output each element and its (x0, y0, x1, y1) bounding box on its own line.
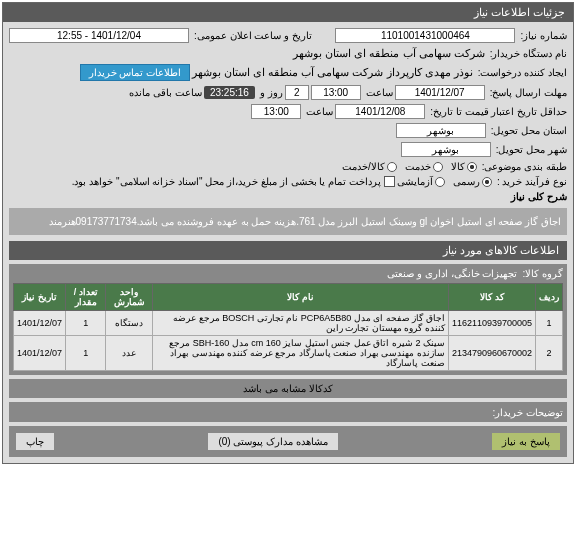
deadline-label: مهلت ارسال پاسخ: (490, 87, 567, 98)
countdown-timer: 23:25:16 (204, 86, 255, 99)
panel-body: شماره نیاز: 1101001431000464 تاریخ و ساع… (3, 22, 573, 463)
items-section: گروه کالا: تجهیزات خانگی، اداری و صنعتی … (9, 264, 567, 375)
cell-unit: عدد (106, 336, 153, 371)
buyer-value: شرکت سهامی آب منطقه ای استان بوشهر (293, 47, 484, 60)
deadline-hour: 13:00 (311, 85, 361, 100)
days-remaining: 2 (285, 85, 309, 100)
th-qty: تعداد / مقدار (66, 284, 106, 311)
main-panel: جزئیات اطلاعات نیاز شماره نیاز: 11010014… (2, 2, 574, 464)
cell-unit: دستگاه (106, 311, 153, 336)
radio-dot-icon (467, 162, 477, 172)
row-buyer: نام دستگاه خریدار: شرکت سهامی آب منطقه ا… (9, 47, 567, 60)
cell-qty: 1 (66, 336, 106, 371)
row-category: طبقه بندی موضوعی: کالا خدمت کالا/خدمت (9, 161, 567, 172)
announce-value: 1401/12/04 - 12:55 (9, 28, 189, 43)
state-value: بوشهر (396, 123, 486, 138)
cell-name: اجاق گاز صفحه ای مدل PCP6A5B80 نام تجارت… (152, 311, 448, 336)
panel-title: جزئیات اطلاعات نیاز (3, 3, 573, 22)
radio-dot-icon (433, 162, 443, 172)
table-header-row: ردیف کد کالا نام کالا واحد شمارش تعداد /… (14, 284, 563, 311)
valid-hour: 13:00 (251, 104, 301, 119)
process-label: نوع فرآیند خرید : (497, 176, 567, 187)
group-label: گروه کالا: (522, 268, 563, 279)
announce-label: تاریخ و ساعت اعلان عمومی: (194, 30, 312, 41)
row-group: گروه کالا: تجهیزات خانگی، اداری و صنعتی (13, 268, 563, 279)
buyer-label: نام دستگاه خریدار: (490, 48, 567, 59)
table-row[interactable]: 1 1162110939700005 اجاق گاز صفحه ای مدل … (14, 311, 563, 336)
th-row: ردیف (536, 284, 563, 311)
state-label: استان محل تحویل: (491, 125, 567, 136)
th-name: نام کالا (152, 284, 448, 311)
radio-goods[interactable]: کالا (451, 161, 477, 172)
th-date: تاریخ نیاز (14, 284, 66, 311)
hour-label-1: ساعت (366, 87, 393, 98)
radio-dot-icon (482, 177, 492, 187)
buyer-notes-label: توضیحات خریدار: (492, 407, 563, 418)
radio-both[interactable]: کالا/خدمت (342, 161, 397, 172)
valid-date: 1401/12/08 (335, 104, 425, 119)
row-desc-label: شرح کلی نیاز (9, 191, 567, 202)
cell-code: 1162110939700005 (448, 311, 535, 336)
checkbox-icon (384, 176, 395, 187)
creator-label: ایجاد کننده درخواست: (478, 67, 567, 78)
deadline-date: 1401/12/07 (395, 85, 485, 100)
radio-dot-icon (435, 177, 445, 187)
need-no-label: شماره نیاز: (520, 30, 567, 41)
cell-date: 1401/12/07 (14, 311, 66, 336)
row-need-announce: شماره نیاز: 1101001431000464 تاریخ و ساع… (9, 28, 567, 43)
radio-trial[interactable]: آزمایشی (397, 176, 445, 187)
category-label: طبقه بندی موضوعی: (482, 161, 567, 172)
category-radio-group: کالا خدمت کالا/خدمت (342, 161, 477, 172)
need-no-value: 1101001431000464 (335, 28, 515, 43)
row-deadline: مهلت ارسال پاسخ: 1401/12/07 ساعت 13:00 2… (9, 85, 567, 100)
radio-service[interactable]: خدمت (405, 161, 443, 172)
items-section-header: اطلاعات کالاهای مورد نیاز (9, 241, 567, 260)
process-radio-group: رسمی آزمایشی (397, 176, 492, 187)
print-button[interactable]: چاپ (15, 432, 55, 451)
row-creator: ایجاد کننده درخواست: نوذر مهدی کارپرداز … (9, 64, 567, 81)
desc-label: شرح کلی نیاز (511, 191, 567, 202)
city-value: بوشهر (401, 142, 491, 157)
buyer-notes-section: توضیحات خریدار: (9, 402, 567, 422)
row-process: نوع فرآیند خرید : رسمی آزمایشی پرداخت تم… (9, 176, 567, 187)
cell-n: 1 (536, 311, 563, 336)
remain-label: ساعت باقی مانده (129, 87, 202, 98)
valid-label: حداقل تاریخ اعتبار قیمت تا تاریخ: (430, 106, 567, 117)
cell-n: 2 (536, 336, 563, 371)
cell-name: سینک 2 شیره اتاق عمل جنس استیل سایز cm 1… (152, 336, 448, 371)
radio-official[interactable]: رسمی (453, 176, 492, 187)
th-unit: واحد شمارش (106, 284, 153, 311)
attachments-button[interactable]: مشاهده مدارک پیوستی (0) (207, 432, 339, 451)
items-table: ردیف کد کالا نام کالا واحد شمارش تعداد /… (13, 283, 563, 371)
footer-actions: پاسخ به نیاز مشاهده مدارک پیوستی (0) چاپ (9, 426, 567, 457)
cell-code: 2134790960670002 (448, 336, 535, 371)
day-label: روز و (260, 87, 283, 98)
cell-date: 1401/12/07 (14, 336, 66, 371)
cell-qty: 1 (66, 311, 106, 336)
group-value: تجهیزات خانگی، اداری و صنعتی (387, 268, 517, 279)
description-box: اجاق گاز صفحه ای استیل اخوان gl وسینک اس… (9, 208, 567, 235)
creator-value: نوذر مهدی کارپرداز شرکت سهامی آب منطقه ا… (192, 66, 473, 79)
th-code: کد کالا (448, 284, 535, 311)
treasury-checkbox-row[interactable]: پرداخت تمام یا بخشی از مبلغ خرید،از محل … (72, 176, 395, 187)
similar-note: کدکالا مشابه می باشد (9, 379, 567, 398)
city-label: شهر محل تحویل: (496, 144, 567, 155)
row-city: شهر محل تحویل: بوشهر (9, 142, 567, 157)
row-validity: حداقل تاریخ اعتبار قیمت تا تاریخ: 1401/1… (9, 104, 567, 119)
contact-buyer-button[interactable]: اطلاعات تماس خریدار (80, 64, 191, 81)
reply-button[interactable]: پاسخ به نیاز (491, 432, 561, 451)
radio-dot-icon (387, 162, 397, 172)
row-state: استان محل تحویل: بوشهر (9, 123, 567, 138)
table-row[interactable]: 2 2134790960670002 سینک 2 شیره اتاق عمل … (14, 336, 563, 371)
hour-label-2: ساعت (306, 106, 333, 117)
